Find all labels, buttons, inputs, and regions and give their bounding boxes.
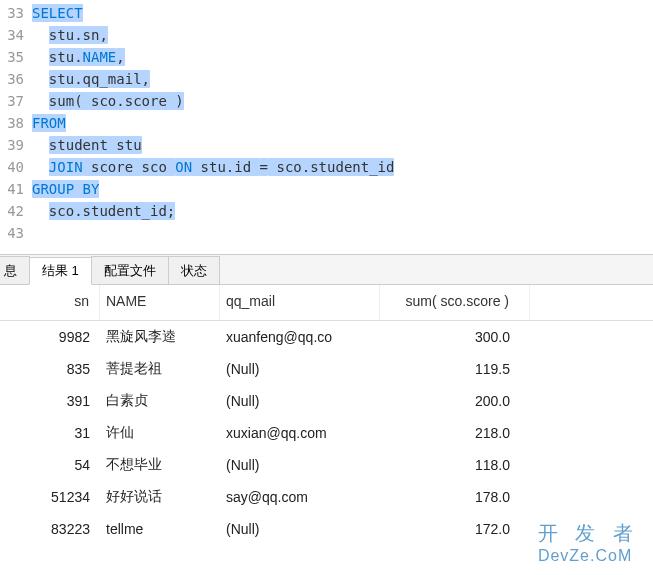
cell-name[interactable]: 许仙 [100,418,220,448]
line-number: 34 [0,24,32,46]
cell-sn[interactable]: 51234 [0,483,100,511]
cell-name[interactable]: 菩提老祖 [100,354,220,384]
tab-2[interactable]: 配置文件 [91,256,169,284]
col-header-sn[interactable]: sn [0,285,100,320]
cell-sum-score[interactable]: 200.0 [380,387,530,415]
cell-sum-score[interactable]: 178.0 [380,483,530,511]
code-content[interactable]: stu.sn, [32,24,108,46]
line-number: 36 [0,68,32,90]
col-header-qq-mail[interactable]: qq_mail [220,285,380,320]
cell-qq-mail[interactable]: xuxian@qq.com [220,419,380,447]
line-number: 39 [0,134,32,156]
table-row[interactable]: 391白素贞(Null)200.0 [0,385,653,417]
code-content[interactable]: JOIN score sco ON stu.id = sco.student_i… [32,156,394,178]
cell-name[interactable]: 好好说话 [100,482,220,512]
col-header-name[interactable]: NAME [100,285,220,320]
cell-sum-score[interactable]: 300.0 [380,323,530,351]
table-row[interactable]: 31许仙xuxian@qq.com218.0 [0,417,653,449]
line-number: 35 [0,46,32,68]
col-header-sum-score[interactable]: sum( sco.score ) [380,285,530,320]
table-row[interactable]: 9982黑旋风李逵xuanfeng@qq.co300.0 [0,321,653,353]
code-line[interactable]: 36 stu.qq_mail, [0,68,653,90]
cell-name[interactable]: 白素贞 [100,386,220,416]
cell-sn[interactable]: 54 [0,451,100,479]
cell-qq-mail[interactable]: say@qq.com [220,483,380,511]
cell-sn[interactable]: 83223 [0,515,100,543]
code-content[interactable]: GROUP BY [32,178,99,200]
cell-qq-mail[interactable]: (Null) [220,515,380,543]
cell-name[interactable]: 不想毕业 [100,450,220,480]
code-line[interactable]: 38FROM [0,112,653,134]
code-content[interactable]: sco.student_id; [32,200,175,222]
table-row[interactable]: 51234好好说话say@qq.com178.0 [0,481,653,513]
line-number: 42 [0,200,32,222]
tab-0[interactable]: 息 [0,256,30,284]
cell-sum-score[interactable]: 172.0 [380,515,530,543]
line-number: 38 [0,112,32,134]
code-content[interactable]: FROM [32,112,66,134]
code-content[interactable]: sum( sco.score ) [32,90,184,112]
line-number: 40 [0,156,32,178]
table-row[interactable]: 83223tellme(Null)172.0 [0,513,653,545]
cell-sn[interactable]: 391 [0,387,100,415]
cell-qq-mail[interactable]: (Null) [220,355,380,383]
sql-editor[interactable]: 33SELECT34 stu.sn,35 stu.NAME,36 stu.qq_… [0,0,653,246]
cell-sn[interactable]: 835 [0,355,100,383]
table-row[interactable]: 54不想毕业(Null)118.0 [0,449,653,481]
cell-sum-score[interactable]: 118.0 [380,451,530,479]
code-line[interactable]: 40 JOIN score sco ON stu.id = sco.studen… [0,156,653,178]
line-number: 33 [0,2,32,24]
code-line[interactable]: 43 [0,222,653,244]
results-body: 9982黑旋风李逵xuanfeng@qq.co300.0835菩提老祖(Null… [0,321,653,545]
results-header-row: sn NAME qq_mail sum( sco.score ) [0,285,653,321]
code-line[interactable]: 34 stu.sn, [0,24,653,46]
cell-sum-score[interactable]: 119.5 [380,355,530,383]
tab-3[interactable]: 状态 [168,256,220,284]
code-content[interactable]: student stu [32,134,142,156]
line-number: 37 [0,90,32,112]
code-line[interactable]: 37 sum( sco.score ) [0,90,653,112]
code-content[interactable]: SELECT [32,2,83,24]
cell-sum-score[interactable]: 218.0 [380,419,530,447]
results-grid: sn NAME qq_mail sum( sco.score ) 9982黑旋风… [0,285,653,545]
watermark-line2: DevZe.CoM [538,547,639,565]
line-number: 43 [0,222,32,244]
cell-qq-mail[interactable]: xuanfeng@qq.co [220,323,380,351]
code-line[interactable]: 33SELECT [0,2,653,24]
cell-sn[interactable]: 9982 [0,323,100,351]
tab-1[interactable]: 结果 1 [29,257,92,285]
table-row[interactable]: 835菩提老祖(Null)119.5 [0,353,653,385]
code-content[interactable]: stu.qq_mail, [32,68,150,90]
result-tabs: 息结果 1配置文件状态 [0,255,653,285]
cell-sn[interactable]: 31 [0,419,100,447]
cell-name[interactable]: 黑旋风李逵 [100,322,220,352]
cell-qq-mail[interactable]: (Null) [220,387,380,415]
code-content[interactable]: stu.NAME, [32,46,125,68]
cell-name[interactable]: tellme [100,515,220,543]
code-line[interactable]: 39 student stu [0,134,653,156]
code-line[interactable]: 35 stu.NAME, [0,46,653,68]
code-line[interactable]: 42 sco.student_id; [0,200,653,222]
code-line[interactable]: 41GROUP BY [0,178,653,200]
cell-qq-mail[interactable]: (Null) [220,451,380,479]
line-number: 41 [0,178,32,200]
